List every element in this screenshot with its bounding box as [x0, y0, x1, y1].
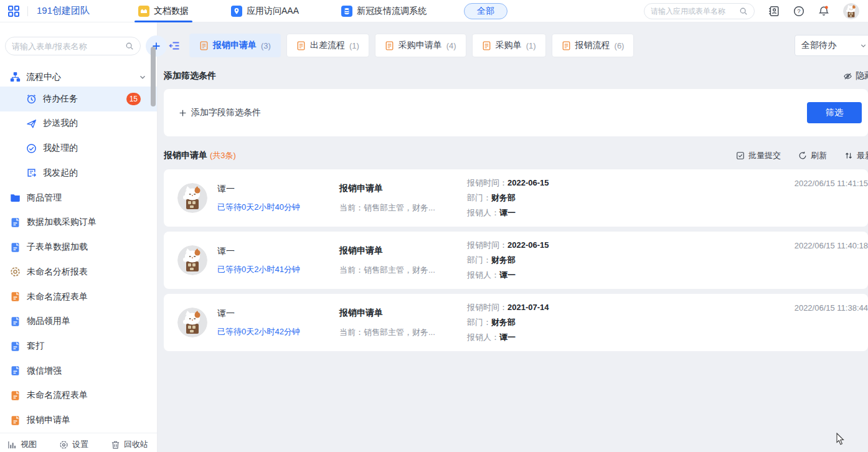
sidebar-item-unnamed-flow-form[interactable]: 未命名流程表单 [0, 285, 157, 309]
add-field-filter-button[interactable]: 添加字段筛选条件 [179, 107, 261, 118]
org-chart-icon [10, 72, 21, 82]
status-filter-select[interactable]: 全部待办 [795, 35, 868, 56]
sidebar-item-subform-data-load[interactable]: 子表单数据加载 [0, 235, 157, 260]
todo-count-badge: 15 [126, 93, 141, 105]
search-icon[interactable] [739, 7, 748, 16]
current-node: 当前：销售部主管，财务... [339, 327, 467, 338]
refresh-button[interactable]: 刷新 [798, 150, 827, 161]
sidebar-item-handled-by-me[interactable]: 我处理的 [0, 136, 157, 161]
sidebar-scrollbar[interactable] [151, 47, 156, 106]
sidebar-group-process-center[interactable]: 流程中心 [0, 68, 157, 87]
footer-label: 视图 [21, 439, 37, 450]
settings-button[interactable]: 设置 [59, 439, 88, 450]
form-icon [10, 242, 21, 253]
chevron-down-icon [859, 42, 867, 50]
filter-section-title: 添加筛选条件 [164, 70, 216, 82]
todo-card[interactable]: 谭一 已等待0天2小时42分钟 报销申请单 当前：销售部主管，财务... 报销时… [164, 294, 868, 351]
submitted-timestamp: 2022/06/15 11:38:44 [795, 303, 868, 313]
tab-covid-system[interactable]: 新冠疫情流调系统 [337, 0, 430, 22]
filter-card: 添加字段筛选条件 筛选 [164, 89, 868, 136]
apps-grid-icon[interactable] [7, 5, 20, 17]
hide-filter-button[interactable]: 隐藏 [843, 70, 868, 82]
tab-label: 出差流程 [310, 40, 345, 51]
applicant-name: 谭一 [217, 308, 339, 319]
sidebar-item-started-by-me[interactable]: 我发起的 [0, 161, 157, 186]
field-value: 谭一 [499, 270, 516, 280]
form-icon [10, 415, 21, 426]
help-icon[interactable]: ? [793, 6, 804, 17]
tab-count: (4) [446, 41, 456, 50]
report-icon [10, 266, 21, 277]
sidebar-item-product-management[interactable]: 商品管理 [0, 186, 157, 210]
tab-purchase-request[interactable]: 采购申请单 (4) [375, 34, 466, 57]
eye-off-icon [843, 72, 852, 81]
sidebar-search-input[interactable] [12, 42, 121, 51]
tab-label: 报销流程 [575, 40, 610, 51]
collapse-tabs-icon[interactable] [169, 40, 181, 51]
tab-expense-flow[interactable]: 报销流程 (6) [552, 34, 634, 57]
field-label: 报销人： [467, 208, 499, 217]
topbar-search [644, 3, 755, 19]
todo-card[interactable]: 谭一 已等待0天2小时41分钟 报销申请单 当前：销售部主管，财务... 报销时… [164, 232, 868, 289]
team-name[interactable]: 191创建团队 [37, 5, 90, 17]
sidebar-item-data-load-purchase-order[interactable]: 数据加载采购订单 [0, 210, 157, 235]
current-node: 当前：销售部主管，财务... [339, 202, 467, 214]
batch-submit-button[interactable]: 批量提交 [736, 150, 781, 161]
sidebar-item-todo-tasks[interactable]: 待办任务 15 [0, 87, 157, 111]
folder-icon [10, 192, 21, 203]
sidebar-item-wechat-enhance[interactable]: 微信增强 [0, 359, 157, 384]
form-icon [296, 41, 306, 50]
topbar: 191创建团队 文档数据 应用访问AAA 新冠疫情流调系统 全部 ? [0, 0, 868, 22]
bar-chart-icon [7, 440, 17, 450]
field-label: 部门： [467, 318, 491, 327]
sort-newest-button[interactable]: 最新 [844, 150, 868, 161]
search-icon[interactable] [125, 42, 134, 50]
sidebar-item-cc-to-me[interactable]: 抄送我的 [0, 111, 157, 136]
sidebar-item-label: 数据加载采购订单 [27, 217, 97, 228]
field-label: 部门： [467, 193, 491, 202]
database-app-icon [341, 6, 352, 17]
sidebar: 流程中心 待办任务 15 抄送我的 我处理的 [0, 22, 158, 452]
chevron-down-icon [138, 73, 147, 82]
field-label: 报销时间： [467, 178, 507, 187]
recycle-bin-button[interactable]: 回收站 [111, 439, 148, 450]
check-circle-icon [26, 143, 37, 154]
form-icon [385, 41, 394, 50]
refresh-icon [798, 151, 807, 160]
filter-button[interactable]: 筛选 [807, 102, 862, 123]
tab-doc-data[interactable]: 文档数据 [134, 0, 192, 22]
field-row: 部门：财务部 [467, 315, 549, 330]
current-node: 当前：销售部主管，财务... [339, 265, 467, 276]
field-value: 谭一 [499, 332, 516, 342]
sidebar-item-expense-form[interactable]: 报销申请单 [0, 408, 157, 433]
avatar [177, 245, 207, 275]
tab-purchase-order[interactable]: 采购单 (1) [472, 34, 546, 57]
footer-label: 回收站 [124, 439, 148, 450]
sidebar-item-print-template[interactable]: 套打 [0, 334, 157, 359]
notification-bell-icon[interactable] [818, 6, 829, 17]
tab-count: (1) [526, 41, 536, 50]
tab-business-trip-flow[interactable]: 出差流程 (1) [286, 34, 369, 57]
sidebar-item-unnamed-report[interactable]: 未命名分析报表 [0, 260, 157, 285]
submitted-timestamp: 2022/06/15 11:41:15 [795, 179, 868, 188]
avatar [177, 308, 207, 337]
topbar-search-input[interactable] [651, 7, 735, 16]
form-icon [10, 365, 21, 376]
views-button[interactable]: 视图 [7, 439, 37, 450]
field-value: 2022-06-15 [507, 240, 549, 250]
sidebar-item-item-requisition[interactable]: 物品领用单 [0, 309, 157, 334]
contact-book-icon[interactable] [768, 6, 780, 17]
tab-expense-request[interactable]: 报销申请单 (3) [189, 34, 281, 57]
tab-count: (6) [615, 41, 625, 50]
all-apps-pill[interactable]: 全部 [464, 3, 507, 19]
pin-app-icon [231, 6, 242, 17]
tab-app-access[interactable]: 应用访问AAA [227, 0, 303, 22]
todo-card[interactable]: 谭一 已等待0天2小时40分钟 报销申请单 当前：销售部主管，财务... 报销时… [164, 169, 868, 227]
sidebar-item-label: 套打 [27, 341, 44, 352]
action-label: 最新 [857, 150, 868, 161]
form-icon [482, 41, 491, 50]
user-avatar[interactable] [843, 3, 859, 19]
form-title: 报销申请单 [339, 308, 467, 319]
form-icon [10, 217, 21, 228]
sidebar-item-unnamed-flow-form-2[interactable]: 未命名流程表单 [0, 384, 157, 408]
